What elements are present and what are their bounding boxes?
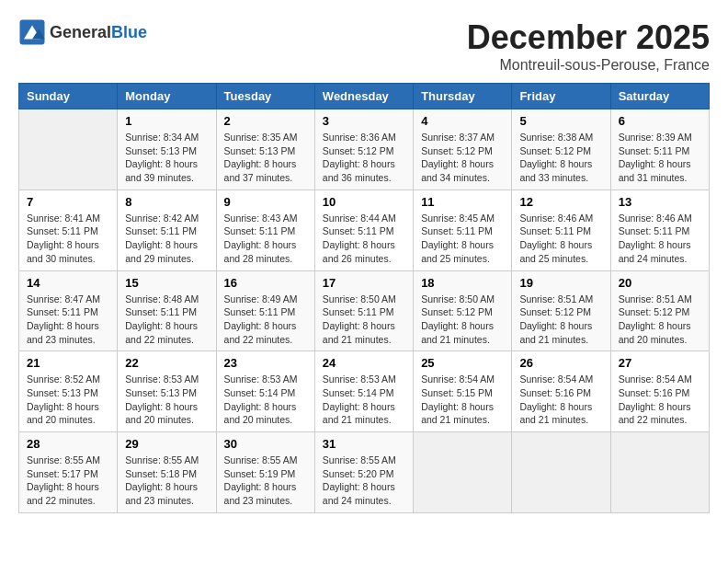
calendar-day-cell: 21Sunrise: 8:52 AMSunset: 5:13 PMDayligh… [19,351,118,432]
calendar-day-cell: 22Sunrise: 8:53 AMSunset: 5:13 PMDayligh… [118,351,216,432]
calendar-day-cell: 24Sunrise: 8:53 AMSunset: 5:14 PMDayligh… [314,351,413,432]
day-number: 10 [323,195,405,209]
day-number: 25 [421,356,504,370]
day-info: Sunrise: 8:42 AMSunset: 5:11 PMDaylight:… [125,212,208,266]
day-number: 31 [323,437,405,451]
calendar-day-cell: 4Sunrise: 8:37 AMSunset: 5:12 PMDaylight… [414,109,512,190]
day-info: Sunrise: 8:48 AMSunset: 5:11 PMDaylight:… [125,293,208,347]
day-info: Sunrise: 8:55 AMSunset: 5:20 PMDaylight:… [323,454,405,508]
day-info: Sunrise: 8:41 AMSunset: 5:11 PMDaylight:… [27,212,109,266]
day-info: Sunrise: 8:54 AMSunset: 5:15 PMDaylight:… [421,373,504,427]
calendar-day-cell: 15Sunrise: 8:48 AMSunset: 5:11 PMDayligh… [118,270,216,351]
calendar-day-cell: 9Sunrise: 8:43 AMSunset: 5:11 PMDaylight… [216,190,314,270]
calendar-day-cell: 2Sunrise: 8:35 AMSunset: 5:13 PMDaylight… [216,109,314,190]
day-number: 14 [27,276,109,290]
weekday-header: Thursday [414,84,512,109]
day-number: 26 [519,356,602,370]
day-info: Sunrise: 8:51 AMSunset: 5:12 PMDaylight:… [519,293,602,347]
day-info: Sunrise: 8:51 AMSunset: 5:12 PMDaylight:… [619,293,701,347]
calendar-day-cell [414,432,512,513]
calendar-day-cell: 23Sunrise: 8:53 AMSunset: 5:14 PMDayligh… [216,351,314,432]
day-number: 12 [519,195,602,209]
weekday-header: Monday [118,84,216,109]
day-info: Sunrise: 8:55 AMSunset: 5:19 PMDaylight:… [224,454,307,508]
calendar-day-cell: 18Sunrise: 8:50 AMSunset: 5:12 PMDayligh… [414,270,512,351]
day-info: Sunrise: 8:55 AMSunset: 5:17 PMDaylight:… [27,454,109,508]
day-info: Sunrise: 8:54 AMSunset: 5:16 PMDaylight:… [519,373,602,427]
day-info: Sunrise: 8:43 AMSunset: 5:11 PMDaylight:… [224,212,307,266]
day-info: Sunrise: 8:50 AMSunset: 5:12 PMDaylight:… [421,293,504,347]
day-info: Sunrise: 8:37 AMSunset: 5:12 PMDaylight:… [421,131,504,185]
day-number: 20 [619,276,701,290]
calendar-day-cell: 1Sunrise: 8:34 AMSunset: 5:13 PMDaylight… [118,109,216,190]
day-info: Sunrise: 8:50 AMSunset: 5:11 PMDaylight:… [323,293,405,347]
calendar-week-row: 14Sunrise: 8:47 AMSunset: 5:11 PMDayligh… [19,270,710,351]
calendar-day-cell: 3Sunrise: 8:36 AMSunset: 5:12 PMDaylight… [314,109,413,190]
calendar-day-cell: 30Sunrise: 8:55 AMSunset: 5:19 PMDayligh… [216,432,314,513]
logo-text-general: General [50,23,111,42]
calendar-day-cell: 20Sunrise: 8:51 AMSunset: 5:12 PMDayligh… [610,270,709,351]
day-number: 8 [125,195,208,209]
calendar-day-cell [19,109,118,190]
day-number: 24 [323,356,405,370]
calendar-day-cell: 10Sunrise: 8:44 AMSunset: 5:11 PMDayligh… [314,190,413,270]
day-number: 22 [125,356,208,370]
day-info: Sunrise: 8:49 AMSunset: 5:11 PMDaylight:… [224,293,307,347]
calendar-day-cell: 5Sunrise: 8:38 AMSunset: 5:12 PMDaylight… [512,109,610,190]
day-info: Sunrise: 8:45 AMSunset: 5:11 PMDaylight:… [421,212,504,266]
calendar-day-cell: 17Sunrise: 8:50 AMSunset: 5:11 PMDayligh… [314,270,413,351]
day-number: 2 [224,114,307,128]
weekday-header: Saturday [610,84,709,109]
day-info: Sunrise: 8:54 AMSunset: 5:16 PMDaylight:… [619,373,701,427]
day-info: Sunrise: 8:47 AMSunset: 5:11 PMDaylight:… [27,293,109,347]
day-number: 6 [619,114,701,128]
day-info: Sunrise: 8:36 AMSunset: 5:12 PMDaylight:… [323,131,405,185]
day-number: 21 [27,356,109,370]
day-info: Sunrise: 8:52 AMSunset: 5:13 PMDaylight:… [27,373,109,427]
day-info: Sunrise: 8:53 AMSunset: 5:14 PMDaylight:… [323,373,405,427]
calendar-day-cell: 29Sunrise: 8:55 AMSunset: 5:18 PMDayligh… [118,432,216,513]
calendar-day-cell: 25Sunrise: 8:54 AMSunset: 5:15 PMDayligh… [414,351,512,432]
logo: General Blue [18,18,147,46]
day-number: 18 [421,276,504,290]
calendar-week-row: 1Sunrise: 8:34 AMSunset: 5:13 PMDaylight… [19,109,710,190]
day-info: Sunrise: 8:53 AMSunset: 5:13 PMDaylight:… [125,373,208,427]
day-info: Sunrise: 8:55 AMSunset: 5:18 PMDaylight:… [125,454,208,508]
day-number: 30 [224,437,307,451]
weekday-header: Wednesday [314,84,413,109]
day-info: Sunrise: 8:39 AMSunset: 5:11 PMDaylight:… [619,131,701,185]
calendar-day-cell: 8Sunrise: 8:42 AMSunset: 5:11 PMDaylight… [118,190,216,270]
calendar-title: December 2025 [467,18,710,57]
weekday-header: Sunday [19,84,118,109]
weekday-header: Tuesday [216,84,314,109]
day-info: Sunrise: 8:38 AMSunset: 5:12 PMDaylight:… [519,131,602,185]
day-number: 29 [125,437,208,451]
calendar-day-cell: 19Sunrise: 8:51 AMSunset: 5:12 PMDayligh… [512,270,610,351]
logo-icon [18,18,46,46]
day-info: Sunrise: 8:46 AMSunset: 5:11 PMDaylight:… [519,212,602,266]
day-info: Sunrise: 8:34 AMSunset: 5:13 PMDaylight:… [125,131,208,185]
day-info: Sunrise: 8:35 AMSunset: 5:13 PMDaylight:… [224,131,307,185]
calendar-day-cell: 13Sunrise: 8:46 AMSunset: 5:11 PMDayligh… [610,190,709,270]
logo-text-blue: Blue [111,23,147,42]
calendar-day-cell [610,432,709,513]
day-info: Sunrise: 8:53 AMSunset: 5:14 PMDaylight:… [224,373,307,427]
day-number: 11 [421,195,504,209]
day-number: 5 [519,114,602,128]
calendar-week-row: 28Sunrise: 8:55 AMSunset: 5:17 PMDayligh… [19,432,710,513]
day-number: 19 [519,276,602,290]
day-number: 9 [224,195,307,209]
calendar-day-cell: 16Sunrise: 8:49 AMSunset: 5:11 PMDayligh… [216,270,314,351]
calendar-day-cell: 7Sunrise: 8:41 AMSunset: 5:11 PMDaylight… [19,190,118,270]
calendar-day-cell: 31Sunrise: 8:55 AMSunset: 5:20 PMDayligh… [314,432,413,513]
calendar-table: SundayMondayTuesdayWednesdayThursdayFrid… [18,83,710,513]
calendar-day-cell: 12Sunrise: 8:46 AMSunset: 5:11 PMDayligh… [512,190,610,270]
day-info: Sunrise: 8:46 AMSunset: 5:11 PMDaylight:… [619,212,701,266]
day-number: 15 [125,276,208,290]
day-number: 4 [421,114,504,128]
title-block: December 2025 Montreuil-sous-Perouse, Fr… [467,18,710,74]
day-info: Sunrise: 8:44 AMSunset: 5:11 PMDaylight:… [323,212,405,266]
day-number: 27 [619,356,701,370]
calendar-day-cell: 27Sunrise: 8:54 AMSunset: 5:16 PMDayligh… [610,351,709,432]
calendar-subtitle: Montreuil-sous-Perouse, France [467,57,710,74]
